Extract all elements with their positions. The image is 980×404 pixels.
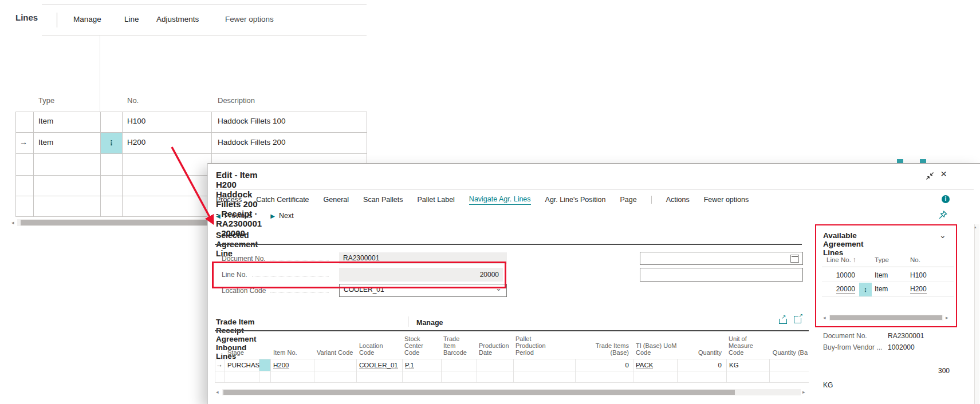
cell-type[interactable]: Item xyxy=(875,271,888,279)
share-icon[interactable]: ↗ xyxy=(779,319,787,324)
menu-process[interactable]: Process xyxy=(216,196,242,204)
factbox-v-scrollbar[interactable] xyxy=(974,224,979,404)
cell-unit-of-measure-code[interactable]: KG xyxy=(729,360,739,371)
grid-border xyxy=(215,359,215,382)
factbox-uom-value[interactable]: KG xyxy=(823,381,833,389)
next-label: Next xyxy=(279,212,294,220)
location-code-input[interactable]: COOLER_01 ⌄ xyxy=(339,284,507,297)
cell-location-code[interactable]: COOLER_01 xyxy=(359,360,398,371)
grid-header-unit-of-measure-code[interactable]: Unit of Measure Code xyxy=(729,339,768,356)
scroll-up-arrow-icon[interactable]: ▴ xyxy=(974,225,977,229)
col-header-description[interactable]: Description xyxy=(218,96,255,105)
grid-h-scrollbar-thumb[interactable] xyxy=(223,390,735,395)
close-icon[interactable]: × xyxy=(940,168,947,179)
info-icon[interactable]: i xyxy=(942,195,950,203)
cell-no[interactable]: H100 xyxy=(910,271,927,279)
grid-border xyxy=(575,359,576,382)
grid-header-location-code[interactable]: Location Code xyxy=(359,339,399,356)
col-header-type[interactable]: Type xyxy=(38,96,54,105)
scroll-left-arrow-icon[interactable]: ◂ xyxy=(823,315,826,320)
default-original-lot-input[interactable] xyxy=(640,268,803,282)
next-button[interactable]: ▶ Next xyxy=(270,212,293,220)
chevron-down-icon[interactable]: ⌄ xyxy=(939,231,946,240)
previous-button[interactable]: ◀ Previous xyxy=(216,212,252,220)
record-nav: ◀ Previous ▶ Next xyxy=(216,212,294,220)
factbox-document-no-value[interactable]: RA2300001 xyxy=(888,332,924,340)
lines-menu-manage[interactable]: Manage xyxy=(73,15,101,23)
cell-type[interactable]: Item xyxy=(38,138,53,146)
line-no-input[interactable]: 20000 xyxy=(339,268,503,282)
scroll-left-arrow-icon[interactable]: ◂ xyxy=(11,220,14,225)
default-production-date-input[interactable] xyxy=(640,252,803,265)
factbox-title[interactable]: Available Agreement Lines xyxy=(823,231,864,257)
document-no-input[interactable]: RA2300001 xyxy=(339,252,507,264)
menu-actions[interactable]: Actions xyxy=(666,196,690,204)
menu-general[interactable]: General xyxy=(324,196,349,204)
menu-agr-lines-position[interactable]: Agr. Line's Position xyxy=(545,196,606,204)
inbound-lines-manage[interactable]: Manage xyxy=(416,319,443,327)
cell-type[interactable]: Item xyxy=(875,285,888,293)
cell-quantity[interactable]: 0 xyxy=(682,360,722,371)
col-header-no[interactable]: No. xyxy=(127,96,139,105)
grid-header-ti-base-uom-code[interactable]: TI (Base) UoM Code xyxy=(636,339,682,356)
open-in-new-icon[interactable]: ↗ xyxy=(794,316,801,323)
calendar-icon[interactable] xyxy=(790,255,799,263)
next-icon: ▶ xyxy=(270,213,275,219)
factbox-header-no[interactable]: No. xyxy=(910,256,920,263)
cell-line-no[interactable]: 20000 xyxy=(826,285,855,293)
cell-no[interactable]: H200 xyxy=(127,138,145,146)
menu-fewer-options[interactable]: Fewer options xyxy=(704,196,749,204)
grid-header-trade-item-barcode[interactable]: Trade Item Barcode xyxy=(443,339,473,356)
grid-header-pallet-production-period[interactable]: Pallet Production Period xyxy=(515,339,562,356)
factbox-h-scrollbar-thumb[interactable] xyxy=(830,315,942,320)
pin-icon[interactable] xyxy=(938,211,947,220)
grid-header-trade-items-base[interactable]: Trade Items (Base) xyxy=(577,339,629,356)
section-rule xyxy=(215,330,809,331)
cell-stage[interactable]: PURCHASE xyxy=(227,360,264,371)
cell-line-no[interactable]: 10000 xyxy=(826,271,855,279)
h-scrollbar-thumb[interactable] xyxy=(21,220,207,225)
cell-no[interactable]: H200 xyxy=(910,285,927,293)
menu-catch-certificate[interactable]: Catch Certificate xyxy=(256,196,309,204)
factbox-header-line-no[interactable]: Line No. ↑ xyxy=(826,256,855,263)
row-ellipsis-menu[interactable]: ⋮ xyxy=(101,133,122,153)
grid-header-stock-center-code[interactable]: Stock Center Code xyxy=(404,339,440,356)
grid-header-item-no[interactable]: Item No. xyxy=(273,339,311,356)
menu-navigate-agr-lines[interactable]: Navigate Agr. Lines xyxy=(469,195,531,205)
scroll-left-arrow-icon[interactable]: ◂ xyxy=(216,389,219,395)
menu-page[interactable]: Page xyxy=(620,196,637,204)
lines-menu-fewer-options[interactable]: Fewer options xyxy=(225,15,274,23)
lines-menu-adjustments[interactable]: Adjustments xyxy=(156,15,199,23)
row-ellipsis-menu[interactable]: ⋮ xyxy=(859,283,872,296)
cell-selection[interactable] xyxy=(259,359,270,371)
grid-border xyxy=(726,359,727,382)
cell-description[interactable]: Haddock Fillets 100 xyxy=(218,117,286,125)
dotted-leader xyxy=(252,276,329,276)
cell-type[interactable]: Item xyxy=(38,117,53,125)
grid-header-quantity[interactable]: Quantity xyxy=(682,339,722,356)
cell-item-no[interactable]: H200 xyxy=(273,360,289,371)
factbox-buy-from-vendor-value[interactable]: 1002000 xyxy=(888,343,915,351)
cell-trade-items-base[interactable]: 0 xyxy=(577,360,629,371)
grid-header-quantity-base[interactable]: Quantity (Ba xyxy=(771,339,808,356)
factbox-quantity-value[interactable]: 300 xyxy=(892,367,950,375)
grid-header-stage[interactable]: Stage xyxy=(227,339,256,356)
scroll-right-arrow-icon[interactable]: ▸ xyxy=(946,315,948,320)
document-no-field-label: Document No. xyxy=(222,255,333,263)
cell-description[interactable]: Haddock Fillets 200 xyxy=(218,138,286,146)
menu-scan-pallets[interactable]: Scan Pallets xyxy=(363,196,403,204)
chevron-down-icon[interactable]: ⌄ xyxy=(495,283,502,294)
cell-no[interactable]: H100 xyxy=(127,117,145,125)
collapse-dialog-icon[interactable] xyxy=(926,172,934,180)
cell-ti-base-uom-code[interactable]: PACK xyxy=(636,360,653,371)
menu-pallet-label[interactable]: Pallet Label xyxy=(418,196,455,204)
scroll-right-arrow-icon[interactable]: ▸ xyxy=(802,389,805,395)
grid-header-production-date[interactable]: Production Date xyxy=(479,339,511,356)
grid-header-variant-code[interactable]: Variant Code xyxy=(317,339,353,356)
factbox-header-type[interactable]: Type xyxy=(875,256,889,263)
dialog-menu: Process Catch Certificate General Scan P… xyxy=(216,195,749,205)
cell-stock-center-code[interactable]: P.1 xyxy=(405,360,414,371)
background-icon-fragment xyxy=(897,159,903,163)
current-row-arrow-icon: → xyxy=(216,359,223,370)
lines-menu-line[interactable]: Line xyxy=(124,15,139,23)
